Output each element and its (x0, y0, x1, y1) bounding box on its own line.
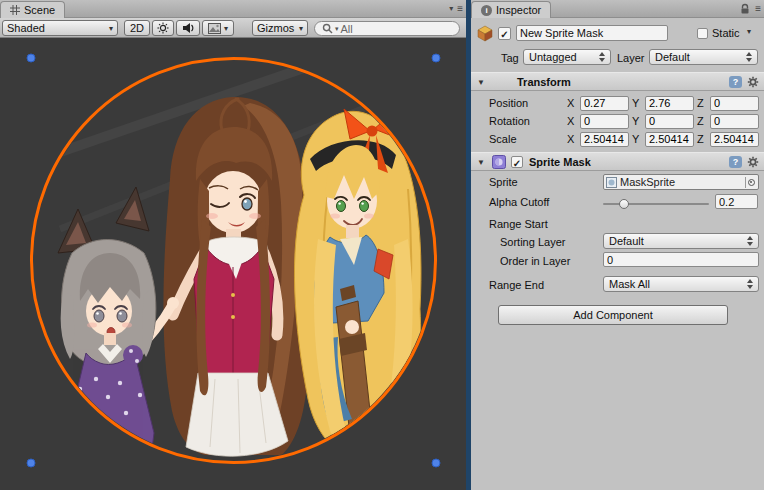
static-label: Static (712, 27, 740, 39)
scale-row: Scale X Y Z (489, 131, 759, 147)
help-icon[interactable]: ? (729, 156, 742, 168)
pane-menu-icon[interactable]: ≡ (755, 2, 761, 15)
scene-canvas[interactable] (0, 39, 466, 490)
audio-toggle-button[interactable] (176, 20, 200, 36)
scene-search-field[interactable]: ▾ All (314, 21, 460, 36)
gear-icon[interactable] (747, 156, 759, 168)
static-dropdown-icon[interactable]: ▾ (747, 27, 751, 36)
active-checkbox[interactable] (498, 27, 511, 40)
order-in-layer-field[interactable] (603, 252, 759, 267)
alpha-cutoff-slider-thumb[interactable] (619, 199, 629, 209)
alpha-cutoff-slider[interactable] (603, 203, 709, 205)
range-start-label: Range Start (489, 218, 548, 230)
search-icon (322, 23, 333, 34)
gameobject-cube-icon (476, 24, 494, 42)
masked-sprite-group (40, 59, 421, 467)
scene-render (0, 39, 466, 490)
rotation-x-field[interactable] (580, 114, 629, 129)
draw-mode-dropdown[interactable]: Shaded ▾ (2, 20, 118, 36)
tag-label: Tag (501, 52, 519, 64)
gizmos-dropdown[interactable]: Gizmos ▾ (252, 20, 308, 36)
add-component-button[interactable]: Add Component (498, 305, 728, 325)
effects-dropdown[interactable]: ▾ (202, 20, 234, 36)
rotation-y-field[interactable] (645, 114, 694, 129)
chevron-down-icon: ▾ (224, 24, 228, 33)
position-z-field[interactable] (710, 96, 759, 111)
scale-z-field[interactable] (710, 132, 759, 147)
scene-view-pane: Scene ▾ ≡ Shaded ▾ 2D (0, 0, 466, 490)
scale-x-field[interactable] (580, 132, 629, 147)
speaker-icon (181, 22, 195, 34)
scene-tabbar: Scene ▾ ≡ (0, 0, 466, 18)
lock-icon[interactable] (739, 3, 751, 15)
tag-value: Untagged (529, 51, 577, 63)
help-icon[interactable]: ? (729, 76, 742, 88)
sorting-layer-value: Default (609, 235, 644, 247)
sprite-value: MaskSprite (620, 176, 742, 188)
handle-top-right[interactable] (432, 54, 440, 62)
tab-inspector[interactable]: i Inspector (471, 1, 551, 18)
gameobject-name-field[interactable] (516, 25, 668, 41)
character-right-girl (294, 105, 421, 460)
scene-pane-controls: ▾ ≡ (449, 2, 463, 15)
position-x-field[interactable] (580, 96, 629, 111)
gear-icon[interactable] (747, 76, 759, 88)
sprite-mask-enabled-checkbox[interactable] (511, 156, 523, 168)
range-end-value: Mask All (609, 278, 650, 290)
character-center-girl (163, 97, 310, 456)
tag-dropdown[interactable]: Untagged (523, 49, 611, 65)
axis-x-label: X (567, 97, 577, 109)
sprite-object-field[interactable]: MaskSprite (603, 174, 759, 190)
axis-z-label: Z (697, 97, 707, 109)
2d-toggle-button[interactable]: 2D (124, 20, 150, 36)
tab-scene[interactable]: Scene (0, 1, 65, 18)
sprite-mask-header[interactable]: ▼ Sprite Mask ? (471, 152, 764, 171)
inspector-pane: i Inspector ≡ Static ▾ Tag Untagged (471, 0, 764, 490)
popup-arrows-icon (747, 236, 754, 246)
sprite-asset-icon (606, 177, 617, 188)
inspector-pane-controls: ≡ (739, 2, 761, 15)
alpha-cutoff-field[interactable] (715, 194, 758, 209)
scale-label: Scale (489, 133, 564, 145)
sprite-label: Sprite (489, 176, 518, 188)
foldout-icon[interactable]: ▼ (477, 158, 485, 167)
gizmos-label: Gizmos (257, 22, 294, 34)
chevron-down-icon: ▾ (109, 24, 113, 33)
unity-editor: Scene ▾ ≡ Shaded ▾ 2D (0, 0, 764, 490)
position-label: Position (489, 97, 564, 109)
axis-x-label: X (567, 115, 577, 127)
static-checkbox[interactable] (697, 28, 708, 39)
rotation-row: Rotation X Y Z (489, 113, 759, 129)
range-end-label: Range End (489, 279, 544, 291)
pane-menu-icon[interactable]: ≡ (457, 2, 463, 15)
transform-header[interactable]: ▼ Transform ? (471, 72, 764, 91)
order-in-layer-label: Order in Layer (500, 255, 570, 267)
rotation-z-field[interactable] (710, 114, 759, 129)
object-picker-icon[interactable] (745, 177, 756, 188)
lighting-toggle-button[interactable] (152, 20, 174, 36)
axis-y-label: Y (632, 133, 642, 145)
handle-bottom-right[interactable] (432, 459, 440, 467)
grid-icon (10, 5, 20, 15)
search-value: All (341, 23, 353, 35)
handle-bottom-left[interactable] (27, 459, 35, 467)
handle-top-left[interactable] (27, 54, 35, 62)
axis-y-label: Y (632, 97, 642, 109)
rotation-label: Rotation (489, 115, 564, 127)
sprite-mask-icon (492, 155, 506, 169)
foldout-icon[interactable]: ▼ (477, 78, 485, 87)
info-icon: i (481, 5, 492, 16)
search-filter-arrow-icon[interactable]: ▾ (335, 25, 339, 33)
sorting-layer-dropdown[interactable]: Default (603, 233, 759, 249)
axis-x-label: X (567, 133, 577, 145)
popup-arrows-icon (599, 52, 606, 62)
layer-dropdown[interactable]: Default (649, 49, 758, 65)
pane-dropdown-icon[interactable]: ▾ (449, 2, 453, 15)
range-end-dropdown[interactable]: Mask All (603, 276, 759, 292)
image-icon (208, 23, 221, 34)
sorting-layer-label: Sorting Layer (500, 236, 565, 248)
position-y-field[interactable] (645, 96, 694, 111)
2d-label: 2D (130, 22, 144, 34)
position-row: Position X Y Z (489, 95, 759, 111)
scale-y-field[interactable] (645, 132, 694, 147)
